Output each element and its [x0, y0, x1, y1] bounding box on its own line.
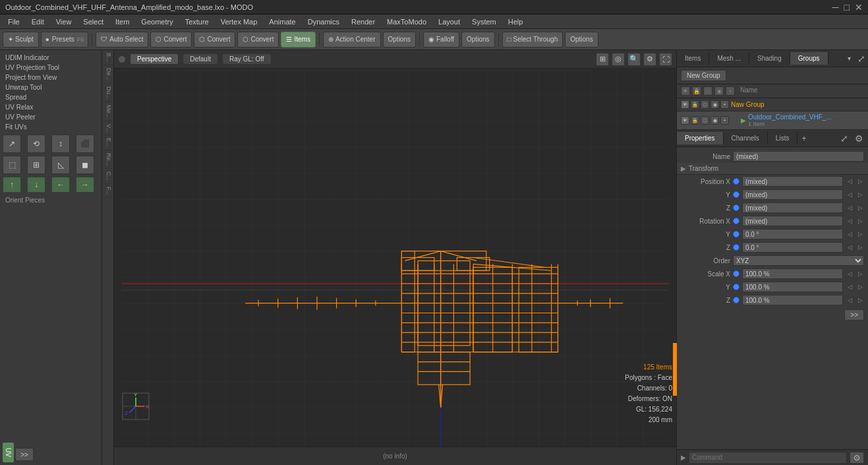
udim-indicator-tool[interactable]: UDIM Indicator — [3, 53, 99, 63]
presets-btn[interactable]: ● Presets F6 — [41, 32, 88, 47]
group-row-nawgroup[interactable]: 👁 🔒 □ ◉ + Naw Group — [677, 98, 868, 111]
props-expand-btn[interactable]: ⤢ — [838, 132, 851, 145]
tab-more-chevron[interactable]: ▾ — [844, 52, 855, 65]
group-plus-icon-1[interactable]: + — [720, 100, 729, 109]
rot-y-dot[interactable] — [733, 231, 739, 237]
select-through-btn[interactable]: □ Select Through — [502, 32, 564, 47]
menu-system[interactable]: System — [467, 16, 502, 27]
group-lock-icon-2[interactable]: 🔒 — [691, 116, 699, 125]
group-eye-icon-2[interactable]: 👁 — [681, 116, 689, 125]
pos-y-arrow-r[interactable]: ▷ — [856, 191, 864, 199]
project-from-view-tool[interactable]: Project from View — [3, 73, 99, 82]
items-btn[interactable]: ☰ Items — [281, 32, 315, 47]
props-tab-add-btn[interactable]: + — [797, 131, 810, 146]
tool-btn-4[interactable]: ⬛ — [76, 135, 94, 153]
order-select[interactable]: XYZ — [733, 255, 864, 266]
tool-btn-2[interactable]: ⟲ — [27, 135, 45, 153]
options-btn-1[interactable]: Options — [383, 32, 416, 47]
scale-y-input[interactable] — [742, 282, 843, 292]
pos-y-arrow[interactable]: ◁ — [846, 191, 854, 199]
tool-btn-3[interactable]: ↕ — [51, 135, 70, 153]
tab-groups[interactable]: Groups — [790, 52, 828, 65]
scale-y-arrow[interactable]: ◁ — [846, 283, 854, 291]
options-btn-2[interactable]: Options — [461, 32, 494, 47]
menu-select[interactable]: Select — [78, 16, 109, 27]
expand-btn[interactable]: >> — [15, 448, 34, 461]
group-dot-icon-1[interactable]: ◉ — [710, 100, 719, 109]
tool-btn-1[interactable]: ↗ — [3, 135, 21, 153]
uv-peeler-tool[interactable]: UV Peeler — [3, 112, 99, 122]
menu-file[interactable]: File — [3, 16, 25, 27]
props-tab-channels[interactable]: Channels — [724, 132, 768, 144]
viewport-ctrl-2[interactable]: ◎ — [612, 53, 625, 66]
expand-right-btn[interactable]: ⤢ — [855, 52, 868, 65]
viewport-ctrl-5[interactable]: ⛶ — [659, 53, 672, 66]
rot-x-dot[interactable] — [733, 218, 739, 224]
convert-btn-1[interactable]: ⬡ Convert — [150, 32, 192, 47]
rot-y-arrow-r[interactable]: ▷ — [856, 230, 864, 238]
convert-btn-3[interactable]: ⬡ Convert — [237, 32, 279, 47]
props-tab-lists[interactable]: Lists — [768, 132, 798, 144]
menu-animate[interactable]: Animate — [264, 16, 301, 27]
scale-x-dot[interactable] — [733, 270, 739, 277]
uv-projection-tool[interactable]: UV Projection Tool — [3, 63, 99, 73]
viewport-area[interactable]: Perspective Default Ray GL: Off ⊞ ◎ 🔍 ⚙ … — [114, 50, 677, 465]
rot-z-input[interactable] — [742, 242, 843, 253]
tool-btn-7[interactable]: ◺ — [51, 156, 70, 174]
props-settings-btn[interactable]: ⚙ — [852, 132, 865, 145]
scale-z-arrow-r[interactable]: ▷ — [856, 296, 864, 304]
menu-item[interactable]: Item — [110, 16, 134, 27]
menu-layout[interactable]: Layout — [433, 16, 465, 27]
falloff-btn[interactable]: ◉ Falloff — [423, 32, 459, 47]
group-box-icon-2[interactable]: □ — [701, 116, 709, 125]
tab-mesh[interactable]: Mesh ... — [709, 52, 749, 65]
uv-tab[interactable]: UV — [3, 443, 14, 462]
command-input[interactable] — [689, 452, 847, 464]
pos-y-input[interactable] — [742, 189, 843, 200]
tab-items[interactable]: Items — [677, 52, 709, 65]
nav-up-btn[interactable]: ↑ — [3, 177, 21, 193]
convert-btn-2[interactable]: ⬡ Convert — [194, 32, 235, 47]
pos-z-input[interactable] — [742, 202, 843, 213]
spread-tool[interactable]: Spread — [3, 92, 99, 102]
pos-z-arrow-r[interactable]: ▷ — [856, 204, 864, 212]
pos-x-arrow-r[interactable]: ▷ — [856, 177, 864, 185]
group-box-icon-1[interactable]: □ — [701, 100, 709, 109]
menu-dynamics[interactable]: Dynamics — [303, 16, 345, 27]
pos-y-dot[interactable] — [733, 191, 739, 198]
auto-select-btn[interactable]: 🛡 Auto Select — [96, 32, 148, 47]
rot-y-input[interactable] — [742, 229, 843, 239]
viewport-tab-perspective[interactable]: Perspective — [130, 53, 179, 65]
viewport-canvas[interactable]: 125 Items Polygons : Face Channels: 0 De… — [114, 69, 676, 447]
scale-x-arrow-r[interactable]: ▷ — [856, 270, 864, 278]
tab-shading[interactable]: Shading — [749, 52, 790, 65]
close-btn[interactable]: ✕ — [855, 2, 863, 13]
rot-x-arrow-r[interactable]: ▷ — [856, 217, 864, 225]
group-plus-icon-2[interactable]: + — [720, 116, 729, 125]
scale-y-dot[interactable] — [733, 284, 739, 290]
pos-z-arrow[interactable]: ◁ — [846, 204, 854, 212]
rot-x-arrow[interactable]: ◁ — [846, 217, 854, 225]
uv-relax-tool[interactable]: UV Relax — [3, 102, 99, 112]
rot-x-input[interactable] — [742, 216, 843, 226]
group-dot-icon-2[interactable]: ◉ — [710, 116, 719, 125]
pos-x-arrow[interactable]: ◁ — [846, 177, 854, 185]
sculpt-btn[interactable]: ✦ Sculpt — [3, 32, 39, 47]
options-btn-3[interactable]: Options — [565, 32, 598, 47]
group-row-outdoor[interactable]: 👁 🔒 □ ◉ + ▶ Outdoor_Combined_VHF_... 1 I… — [677, 111, 868, 130]
action-center-btn[interactable]: ⊕ Action Center — [323, 32, 381, 47]
rot-z-arrow-r[interactable]: ▷ — [856, 243, 864, 251]
menu-maxtomodo[interactable]: MaxToModo — [382, 16, 432, 27]
viewport-ctrl-4[interactable]: ⚙ — [643, 53, 656, 66]
rot-y-arrow[interactable]: ◁ — [846, 230, 854, 238]
props-tab-properties[interactable]: Properties — [677, 132, 724, 144]
scale-z-input[interactable] — [742, 295, 843, 305]
scale-z-dot[interactable] — [733, 297, 739, 303]
unwrap-tool[interactable]: Unwrap Tool — [3, 82, 99, 92]
command-go-btn[interactable]: ⊙ — [850, 452, 864, 464]
menu-vertexmap[interactable]: Vertex Map — [216, 16, 263, 27]
scale-x-input[interactable] — [742, 268, 843, 279]
props-expand-bottom-btn[interactable]: >> — [844, 309, 864, 321]
nav-right-btn[interactable]: → — [76, 177, 94, 193]
viewport-tab-raygl[interactable]: Ray GL: Off — [222, 53, 272, 65]
